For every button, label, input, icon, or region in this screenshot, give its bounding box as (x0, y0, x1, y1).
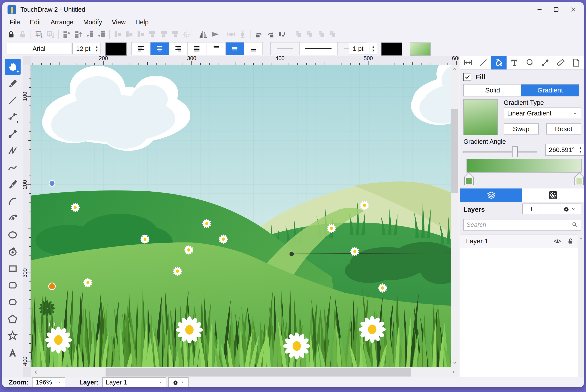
layer-row[interactable]: Layer 1 (460, 234, 577, 248)
inspector-tab-dimension[interactable] (460, 56, 476, 70)
flip-horizontal-button[interactable] (198, 29, 209, 40)
rotate-left-button[interactable] (253, 29, 264, 40)
fill-mode-solid[interactable]: Solid (464, 84, 521, 96)
apply-geometry-button[interactable] (327, 29, 338, 40)
maximize-button[interactable] (549, 4, 563, 15)
scroll-up-icon[interactable] (578, 236, 584, 242)
text-align-right-button[interactable] (169, 42, 188, 55)
rotate-90-button[interactable] (276, 29, 287, 40)
vertical-scrollbar[interactable] (451, 64, 458, 367)
tab-layers[interactable] (460, 188, 522, 202)
layer-lock-icon[interactable] (566, 237, 574, 245)
rotate-right-button[interactable] (265, 29, 276, 40)
font-size-stepper[interactable]: 12 pt ▲▼ (72, 43, 101, 54)
vertical-scrollbar-thumb[interactable] (451, 109, 458, 193)
tool-ellipse[interactable] (5, 227, 21, 243)
menu-modify[interactable]: Modify (78, 18, 107, 27)
fill-style-swatch[interactable] (410, 42, 431, 56)
scroll-left-icon[interactable] (33, 367, 39, 377)
menu-edit[interactable]: Edit (25, 18, 46, 27)
layer-options-button[interactable] (168, 378, 189, 387)
same-height-button[interactable] (237, 29, 248, 40)
text-color-swatch[interactable] (105, 42, 127, 56)
menu-arrange[interactable]: Arrange (46, 18, 78, 27)
inspector-tab-page[interactable] (568, 56, 584, 70)
tool-squircle[interactable] (5, 294, 21, 310)
scroll-right-icon[interactable] (450, 367, 457, 377)
tool-pen[interactable] (5, 176, 21, 192)
lock-button[interactable] (6, 29, 17, 40)
tool-line[interactable] (5, 92, 21, 108)
menu-help[interactable]: Help (131, 18, 154, 27)
gradient-angle-spin-buttons[interactable]: ▲▼ (577, 144, 584, 155)
apply-style-button[interactable] (304, 29, 315, 40)
layer-search-field[interactable]: Search (463, 219, 581, 230)
inspector-tab-fill[interactable] (491, 56, 507, 70)
minimize-button[interactable] (533, 4, 546, 15)
fill-checkbox[interactable] (463, 73, 471, 81)
horizontal-scrollbar[interactable] (31, 367, 458, 377)
inspector-tab-connector[interactable] (537, 56, 553, 70)
text-align-left-button[interactable] (132, 42, 151, 55)
tool-arc[interactable] (5, 193, 21, 209)
connector-endpoint[interactable] (289, 252, 294, 256)
pickup-geometry-button[interactable] (316, 29, 327, 40)
text-valign-middle-button[interactable] (226, 42, 244, 55)
scroll-down-icon[interactable] (451, 359, 458, 366)
gradient-type-select[interactable]: Linear Gradient (504, 108, 581, 119)
gradient-stop-start[interactable] (461, 172, 477, 186)
reset-button[interactable]: Reset (546, 124, 581, 134)
align-bottom-button[interactable] (170, 29, 181, 40)
pickup-style-button[interactable] (293, 29, 304, 40)
bring-to-front-button[interactable] (61, 29, 72, 40)
drawing-canvas[interactable] (31, 64, 451, 367)
tool-star[interactable] (5, 328, 21, 344)
gradient-bar[interactable] (466, 159, 581, 172)
unlock-button[interactable] (17, 29, 28, 40)
handle-dot-blue[interactable] (49, 180, 55, 186)
fill-mode-gradient[interactable]: Gradient (521, 84, 579, 96)
tool-pencil[interactable] (5, 76, 21, 92)
text-valign-top-button[interactable] (207, 42, 226, 55)
scroll-up-icon[interactable] (451, 66, 458, 72)
bring-forward-button[interactable] (73, 29, 84, 40)
align-middle-button[interactable] (158, 29, 169, 40)
stroke-style-thin[interactable] (271, 42, 300, 55)
tool-polygon[interactable] (5, 311, 21, 327)
align-right-button[interactable] (135, 29, 146, 40)
layer-settings-button[interactable] (558, 204, 581, 214)
tool-connector[interactable] (5, 126, 21, 142)
active-layer-select[interactable]: Layer 1 (102, 378, 166, 387)
flip-vertical-button[interactable] (209, 29, 220, 40)
add-layer-button[interactable]: + (523, 204, 540, 214)
close-button[interactable] (566, 4, 580, 15)
swap-button[interactable]: Swap (504, 124, 539, 134)
gradient-preview-swatch[interactable] (463, 99, 498, 136)
inspector-tab-shadow[interactable] (522, 56, 537, 70)
align-top-button[interactable] (147, 29, 158, 40)
font-family-select[interactable]: Arial (7, 43, 71, 54)
gradient-angle-stepper[interactable]: 260.591° ▲▼ (545, 144, 584, 156)
send-to-back-button[interactable] (96, 29, 107, 40)
remove-layer-button[interactable]: − (540, 204, 558, 214)
slider-handle[interactable] (512, 146, 518, 157)
text-align-center-button[interactable] (151, 42, 169, 55)
stroke-width-stepper[interactable]: 1 pt ▲▼ (349, 43, 377, 54)
horizontal-scrollbar-thumb[interactable] (106, 368, 411, 376)
stroke-width-spin-buttons[interactable]: ▲▼ (370, 43, 377, 54)
menu-file[interactable]: File (5, 18, 25, 27)
inspector-tab-ruler[interactable] (553, 56, 568, 70)
font-size-spin-buttons[interactable]: ▲▼ (93, 43, 100, 54)
tool-select[interactable] (5, 59, 21, 75)
gradient-angle-slider[interactable] (463, 146, 536, 158)
align-canvas-button[interactable] (181, 29, 192, 40)
tool-polyline[interactable] (5, 143, 21, 159)
tool-dimension[interactable] (5, 109, 21, 125)
tool-rect[interactable] (5, 260, 21, 276)
zoom-select[interactable]: 196% (32, 378, 65, 387)
tool-ellipse-center[interactable] (5, 244, 21, 260)
send-backward-button[interactable] (84, 29, 95, 40)
align-left-button[interactable] (112, 29, 123, 40)
layer-visibility-icon[interactable] (553, 237, 562, 245)
handle-dot-orange[interactable] (49, 283, 55, 290)
